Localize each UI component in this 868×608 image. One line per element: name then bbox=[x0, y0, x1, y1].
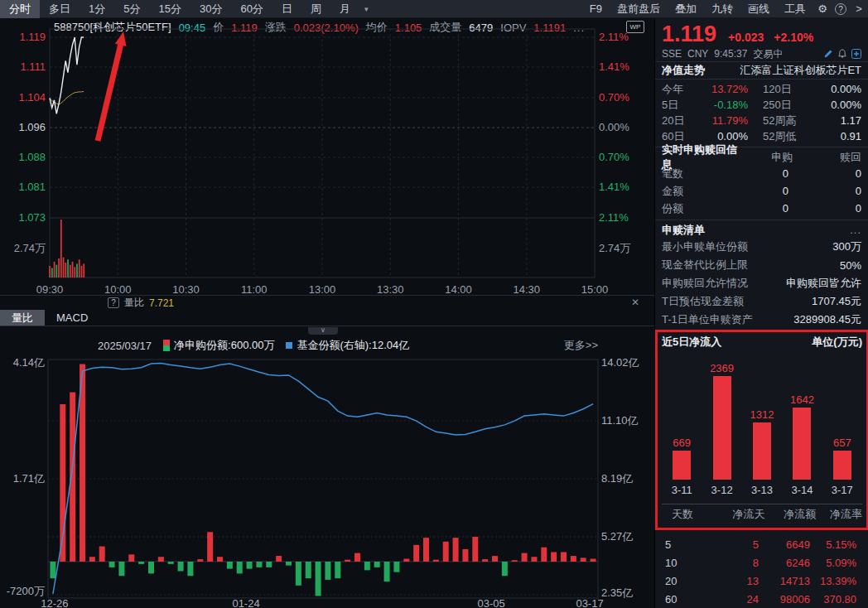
toolbar-f9[interactable]: F9 bbox=[582, 0, 610, 18]
detail-label: T日预估现金差额 bbox=[662, 294, 744, 309]
net-subscription-bar bbox=[109, 562, 115, 567]
inflow-bar bbox=[753, 422, 771, 480]
volume-bar bbox=[72, 262, 74, 277]
annotation-arrow-shaft bbox=[98, 45, 121, 141]
toolbar-pre-post-market[interactable]: 盘前盘后 bbox=[610, 0, 668, 18]
net-subscription-bar bbox=[217, 557, 223, 562]
net-subscription-bar bbox=[128, 554, 134, 562]
cell: 5 bbox=[688, 538, 759, 551]
tab-week[interactable]: 周 bbox=[301, 0, 330, 18]
net-subscription-bar bbox=[551, 552, 557, 562]
net-subscription-bar bbox=[118, 562, 124, 576]
volume-bar bbox=[76, 263, 78, 277]
fund-flow-chart[interactable]: 4.14亿1.71亿-7200万14.02亿11.10亿8.19亿5.27亿2.… bbox=[0, 356, 654, 608]
y-left-label: 2.74万 bbox=[14, 242, 46, 254]
row-label: 金额 bbox=[662, 184, 683, 199]
volume-bar bbox=[54, 262, 55, 277]
net-subscription-bar bbox=[354, 553, 360, 562]
net-subscription-bar bbox=[472, 537, 478, 562]
y-right-label: 0.70% bbox=[599, 91, 629, 104]
legend-net-subscription: 净申购份额:600.00万 bbox=[163, 338, 274, 353]
indicator-header-row: ? 量比 7.721 ✕ bbox=[0, 295, 654, 310]
tab-5min[interactable]: 5分 bbox=[114, 0, 149, 18]
net-subscription-bar bbox=[148, 562, 154, 573]
toolbar-tools[interactable]: 工具 bbox=[777, 0, 813, 18]
table-row: 60 24 98006 370.80 bbox=[655, 590, 868, 608]
tab-macd[interactable]: MACD bbox=[45, 310, 99, 326]
tab-60min[interactable]: 60分 bbox=[231, 0, 272, 18]
time-axis-label: 13:00 bbox=[309, 283, 336, 295]
cell: 14713 bbox=[759, 575, 810, 587]
redeem-value: 0 bbox=[788, 202, 861, 215]
plus-icon[interactable] bbox=[851, 49, 861, 59]
cell: 20 bbox=[655, 575, 688, 587]
toolbar-overlay[interactable]: 叠加 bbox=[668, 0, 704, 18]
tab-multi-day[interactable]: 多日 bbox=[40, 0, 80, 18]
more-link[interactable]: 更多>> bbox=[564, 338, 598, 353]
ellipsis-menu[interactable]: ... bbox=[850, 224, 861, 236]
toolbar-nine-turn[interactable]: 九转 bbox=[704, 0, 740, 18]
volume-bar bbox=[58, 258, 60, 277]
fund-full-name[interactable]: 汇添富上证科创板芯片ET bbox=[740, 63, 861, 78]
pencil-icon[interactable] bbox=[823, 49, 833, 59]
col-inflow-amount: 净流额 bbox=[765, 507, 817, 522]
red-green-square-icon bbox=[163, 340, 170, 351]
tab-volume-ratio[interactable]: 量比 bbox=[0, 310, 45, 326]
indicator-help-icon[interactable]: ? bbox=[108, 297, 119, 308]
volume-bar bbox=[60, 220, 62, 277]
tab-intraday[interactable]: 分时 bbox=[0, 0, 40, 18]
tab-1min[interactable]: 1分 bbox=[80, 0, 114, 18]
redeem-value: 0 bbox=[788, 167, 861, 180]
detail-row: 最小申赎单位份额 300万 bbox=[655, 238, 868, 256]
net-subscription-bar bbox=[571, 556, 576, 562]
indicator-tabs: 量比 MACD bbox=[0, 310, 654, 326]
date-axis-label: 03-17 bbox=[576, 597, 603, 608]
net-subscription-bar bbox=[384, 562, 390, 581]
chevron-right-icon[interactable]: > bbox=[850, 2, 868, 15]
volume-bar bbox=[63, 258, 65, 277]
intraday-chart[interactable]: 1.1191.1111.1041.0961.0881.0811.0732.74万… bbox=[0, 27, 654, 295]
net-inflow-title: 近5日净流入 bbox=[662, 335, 721, 350]
net-subscription-bar bbox=[89, 557, 95, 562]
tab-day[interactable]: 日 bbox=[272, 0, 301, 18]
legend-fund-shares-label: 基金份额(右轴):12.04亿 bbox=[297, 338, 409, 353]
tab-15min[interactable]: 15分 bbox=[149, 0, 190, 18]
help-circle: ? bbox=[835, 3, 846, 15]
bell-icon[interactable] bbox=[837, 49, 847, 59]
status-icons bbox=[823, 49, 861, 59]
net-subscription-bar bbox=[187, 562, 193, 576]
perf-label: 5日 bbox=[662, 98, 697, 113]
perf-value: 0.00% bbox=[697, 130, 748, 142]
net-subscription-bar bbox=[413, 545, 419, 562]
net-inflow-highlight-box: 近5日净流入 单位(万元) 669236913121642657 3-113-1… bbox=[655, 330, 868, 530]
price-change: +0.023 bbox=[728, 31, 764, 44]
help-icon[interactable]: ? bbox=[832, 2, 850, 15]
perf-value: 0.91 bbox=[814, 130, 861, 142]
buy-value: 0 bbox=[735, 185, 788, 197]
inflow-date-label: 3-17 bbox=[822, 484, 862, 496]
detail-label: 现金替代比例上限 bbox=[662, 258, 748, 273]
perf-value: 0.00% bbox=[814, 83, 861, 95]
redemption-list-section: 申赎清单 ... 最小申赎单位份额 300万 现金替代比例上限 50% 申购赎回… bbox=[655, 220, 868, 329]
toolbar-draw-line[interactable]: 画线 bbox=[740, 0, 777, 18]
close-icon[interactable]: ✕ bbox=[631, 297, 639, 308]
cell: 10 bbox=[655, 557, 688, 569]
inflow-date-label: 3-11 bbox=[662, 484, 702, 496]
y-right-label: 1.41% bbox=[599, 60, 629, 73]
table-row: 份额 0 0 bbox=[655, 200, 868, 217]
detail-value: 3289908.45元 bbox=[793, 312, 861, 327]
net-subscription-bar bbox=[296, 562, 301, 586]
redeem-value: 0 bbox=[788, 185, 861, 197]
net-subscription-bar bbox=[227, 562, 233, 569]
y-left-label: 1.119 bbox=[19, 31, 46, 43]
period-dropdown-icon[interactable]: ▾ bbox=[359, 5, 374, 13]
inflow-bar bbox=[833, 451, 851, 480]
collapse-chevron-icon[interactable]: ∨ bbox=[308, 327, 338, 335]
net-inflow-bar-chart: 669236913121642657 bbox=[662, 350, 862, 480]
detail-row: 申购赎回允许情况 申购赎回皆允许 bbox=[655, 274, 868, 292]
cell: 370.80 bbox=[810, 593, 856, 606]
tab-month[interactable]: 月 bbox=[330, 0, 359, 18]
gear-icon[interactable]: ⚙ bbox=[813, 2, 832, 15]
tab-30min[interactable]: 30分 bbox=[190, 0, 231, 18]
y-left-label: 1.111 bbox=[20, 60, 46, 73]
